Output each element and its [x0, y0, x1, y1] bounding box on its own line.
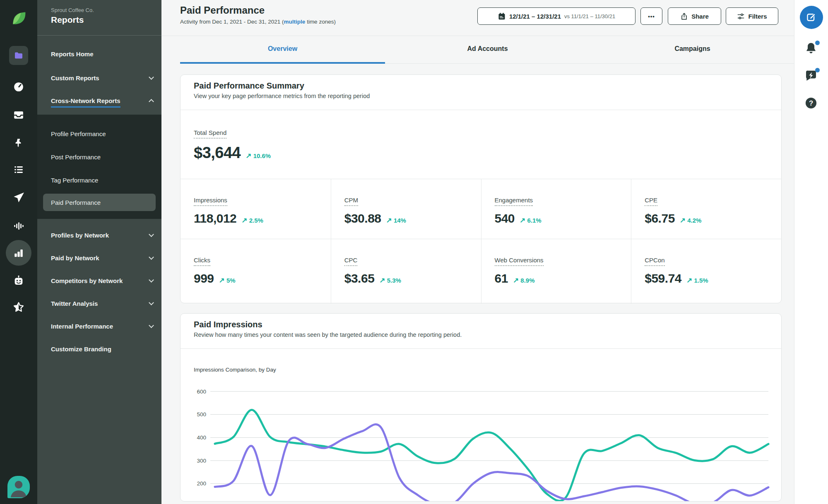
- report-tabs: OverviewAd AccountsCampaigns: [180, 36, 795, 64]
- trend-up-icon: ↗: [520, 216, 525, 224]
- metric-value: $6.75: [645, 211, 675, 226]
- metric-value: $30.88: [344, 211, 381, 226]
- sidebar-item-label: Twitter Analysis: [51, 300, 98, 307]
- task-list-icon[interactable]: [13, 164, 24, 175]
- metrics-grid: Impressions118,012↗ 2.5%CPM$30.88↗ 14%En…: [181, 179, 781, 304]
- sidebar-item-cross-network-reports[interactable]: Cross-Network Reports: [37, 91, 161, 110]
- pinned-icon[interactable]: [13, 137, 24, 149]
- sidebar-header: Sprout Coffee Co. Reports: [37, 0, 161, 36]
- total-spend-delta: ↗ 10.6%: [246, 151, 271, 160]
- metric-label[interactable]: Web Conversions: [495, 257, 544, 266]
- notification-badge: [815, 41, 820, 45]
- total-spend-label[interactable]: Total Spend: [194, 129, 226, 139]
- sidebar-item-label: Paid by Network: [51, 254, 99, 262]
- sidebar-item-competitors-by-network[interactable]: Competitors by Network: [37, 271, 161, 290]
- user-avatar[interactable]: [7, 476, 30, 498]
- trend-up-icon: ↗: [686, 276, 692, 284]
- metric-value: 540: [495, 211, 515, 226]
- sidebar-item-twitter-analysis[interactable]: Twitter Analysis: [37, 294, 161, 312]
- help-icon[interactable]: ?: [805, 97, 818, 110]
- chevron-up-icon: [149, 99, 154, 104]
- metric-value: 999: [194, 271, 214, 286]
- trend-up-icon: ↗: [680, 216, 686, 224]
- sidebar-item-profiles-by-network[interactable]: Profiles by Network: [37, 226, 161, 244]
- compose-button[interactable]: [800, 6, 823, 29]
- analytics-bars-icon[interactable]: [6, 240, 31, 266]
- metric-label[interactable]: CPC: [344, 257, 358, 266]
- summary-card-title: Paid Performance Summary: [194, 81, 768, 91]
- sidebar-item-paid-by-network[interactable]: Paid by Network: [37, 249, 161, 267]
- chat-badge: [815, 68, 820, 72]
- y-axis-tick-label: 200: [197, 480, 206, 487]
- ellipsis-icon: •••: [648, 13, 655, 19]
- metric-label[interactable]: CPCon: [645, 257, 664, 266]
- company-name: Sprout Coffee Co.: [51, 7, 94, 13]
- sidebar-subitem-profile-performance[interactable]: Profile Performance: [43, 125, 156, 142]
- chevron-down-icon: [149, 277, 154, 283]
- metric-label[interactable]: Impressions: [194, 197, 227, 206]
- publishing-plane-icon[interactable]: [12, 191, 25, 204]
- automated-chat-icon[interactable]: [804, 69, 818, 83]
- automation-bot-icon[interactable]: [12, 274, 25, 287]
- notifications-bell-icon[interactable]: [804, 41, 818, 55]
- sprout-leaf-logo-icon[interactable]: [10, 9, 28, 27]
- reports-folder-icon[interactable]: [9, 46, 28, 65]
- sidebar-item-internal-performance[interactable]: Internal Performance: [37, 317, 161, 335]
- metric-delta: ↗ 14%: [386, 216, 406, 225]
- date-range-value: 12/1/21 – 12/31/21: [509, 13, 561, 20]
- tab-ad-accounts[interactable]: Ad Accounts: [385, 36, 590, 64]
- metric-cell-cpe: CPE$6.75↗ 4.2%: [631, 179, 781, 239]
- metric-label[interactable]: CPE: [645, 197, 657, 206]
- page-title: Paid Performance: [180, 5, 265, 16]
- total-spend-metric: Total Spend $3,644 ↗ 10.6%: [181, 110, 781, 179]
- metric-cell-cpm: CPM$30.88↗ 14%: [331, 179, 481, 239]
- metric-delta: ↗ 6.1%: [520, 216, 542, 225]
- sidebar-subitem-paid-performance[interactable]: Paid Performance: [43, 194, 156, 211]
- tab-campaigns[interactable]: Campaigns: [590, 36, 795, 64]
- sidebar-item-reports-home[interactable]: Reports Home: [37, 45, 161, 63]
- summary-card-subtitle: View your key page performance metrics f…: [194, 93, 768, 99]
- chevron-down-icon: [149, 254, 154, 260]
- tab-overview[interactable]: Overview: [180, 36, 385, 64]
- sidebar-item-label: Profiles by Network: [51, 232, 109, 239]
- sidebar-subitem-tag-performance[interactable]: Tag Performance: [43, 171, 156, 189]
- share-button[interactable]: Share: [668, 7, 721, 25]
- filters-button[interactable]: Filters: [726, 7, 778, 25]
- share-icon: [680, 12, 688, 20]
- subtitle-text: Activity from Dec 1, 2021 - Dec 31, 2021…: [180, 19, 284, 25]
- sidebar-subitem-post-performance[interactable]: Post Performance: [43, 148, 156, 166]
- sidebar-item-customize-branding[interactable]: Customize Branding: [37, 340, 161, 358]
- sidebar-subitem-label: Profile Performance: [51, 130, 106, 137]
- smart-inbox-icon[interactable]: [13, 109, 24, 121]
- more-options-button[interactable]: •••: [640, 7, 662, 25]
- trend-up-icon: ↗: [513, 276, 519, 284]
- chart-line-purple-series[interactable]: [215, 425, 768, 502]
- sidebar-item-label: Internal Performance: [51, 323, 113, 330]
- metric-delta: ↗ 8.9%: [513, 276, 535, 285]
- impressions-line-chart[interactable]: 600500400300200: [181, 365, 782, 502]
- metric-cell-cpcon: CPCon$59.74↗ 1.5%: [631, 239, 781, 304]
- metric-label[interactable]: Engagements: [495, 197, 533, 206]
- sidebar-item-custom-reports[interactable]: Custom Reports: [37, 69, 161, 87]
- trend-up-icon: ↗: [386, 216, 392, 224]
- total-spend-value: $3,644: [194, 144, 241, 162]
- sidebar-subitem-label: Post Performance: [51, 154, 101, 161]
- dashboard-gauge-icon[interactable]: [13, 81, 24, 93]
- listening-waveform-icon[interactable]: [13, 220, 24, 232]
- metric-value: 61: [495, 271, 508, 286]
- reports-sidebar: Sprout Coffee Co. Reports Reports HomeCu…: [37, 0, 161, 504]
- sidebar-subitem-label: Tag Performance: [51, 177, 98, 184]
- favorites-star-icon[interactable]: [12, 301, 25, 313]
- svg-text:?: ?: [809, 99, 813, 107]
- metric-label[interactable]: CPM: [344, 197, 358, 206]
- multiple-timezones-link[interactable]: multiple: [284, 19, 306, 25]
- trend-up-icon: ↗: [241, 216, 247, 224]
- metric-delta: ↗ 4.2%: [680, 216, 702, 225]
- y-axis-tick-label: 400: [197, 434, 206, 441]
- paid-performance-summary-card: Paid Performance Summary View your key p…: [180, 74, 782, 303]
- date-range-button[interactable]: 12/1/21 – 12/31/21 vs 11/1/21 – 11/30/21: [477, 7, 635, 25]
- chart-line-teal-series[interactable]: [215, 410, 768, 501]
- metric-label[interactable]: Clicks: [194, 257, 210, 266]
- subtitle-text-suffix: time zones): [305, 19, 336, 25]
- impressions-card-subtitle: Review how many times your content was s…: [194, 331, 768, 338]
